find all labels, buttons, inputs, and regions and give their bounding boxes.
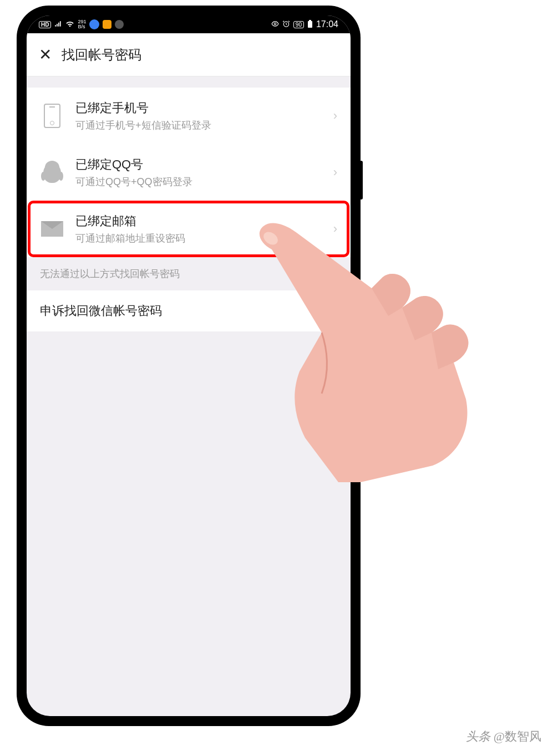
svg-point-0 (274, 23, 276, 25)
status-left: HD 291B/s (39, 19, 124, 30)
pointing-hand-illustration (239, 205, 483, 482)
wifi-icon (65, 19, 74, 30)
chevron-right-icon: › (333, 165, 337, 180)
notch (133, 16, 244, 29)
mail-icon (40, 217, 64, 241)
app-indicator-orange (103, 20, 111, 29)
app-indicator-red (115, 20, 124, 29)
net-speed: 291B/s (78, 19, 86, 29)
eye-icon (271, 20, 279, 29)
hd-badge: HD (39, 21, 51, 28)
watermark: 头条 @数智风 (466, 728, 541, 745)
alarm-icon (282, 20, 290, 29)
power-button (359, 161, 363, 200)
option-bound-phone[interactable]: 已绑定手机号 可通过手机号+短信验证码登录 › (27, 88, 351, 144)
option-sub: 可通过QQ号+QQ密码登录 (75, 175, 333, 188)
signal-icon (54, 20, 62, 29)
option-bound-qq[interactable]: 已绑定QQ号 可通过QQ号+QQ密码登录 › (27, 144, 351, 201)
option-title: 已绑定QQ号 (75, 156, 333, 173)
battery-badge: 90 (293, 21, 304, 28)
status-right: 90 17:04 (271, 19, 338, 29)
page-title: 找回帐号密码 (62, 46, 141, 64)
phone-icon (40, 104, 64, 128)
option-sub: 可通过手机号+短信验证码登录 (75, 119, 333, 132)
svg-rect-3 (309, 20, 311, 21)
close-icon[interactable]: ✕ (39, 45, 52, 64)
option-title: 已绑定手机号 (75, 100, 333, 116)
app-indicator-blue (89, 19, 99, 29)
qq-icon (40, 160, 64, 185)
battery-icon (307, 20, 313, 29)
clock-text: 17:04 (316, 19, 338, 29)
svg-rect-2 (308, 21, 312, 28)
nav-bar: ✕ 找回帐号密码 (27, 33, 351, 76)
chevron-right-icon: › (333, 109, 337, 123)
